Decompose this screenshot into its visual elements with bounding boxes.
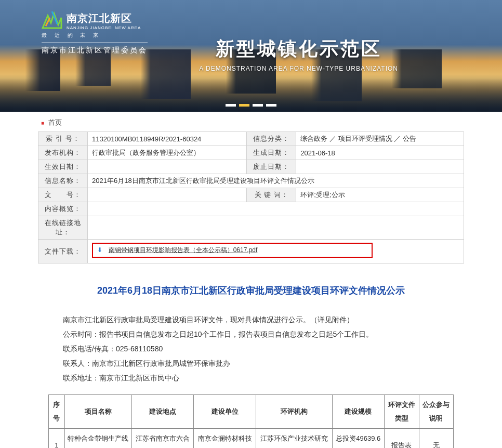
td-seq: 1 (49, 429, 65, 449)
article-para: 南京市江北新区行政审批局受理建设项目环评文件，现对具体情况进行公示。（详见附件） (48, 312, 454, 327)
logo-text-cn: 南京江北新区 (67, 11, 141, 25)
td-scale: 总投资49639.6万元 (332, 429, 384, 449)
meta-value-keywords: 环评;受理;公示 (296, 188, 464, 202)
meta-value-category: 综合政务 ／ 项目环评受理情况 ／ 公告 (296, 132, 464, 146)
meta-label: 生效日期： (38, 160, 88, 174)
download-icon: ⬇ (97, 246, 102, 254)
meta-value-url (88, 216, 464, 240)
meta-label: 信息名称： (38, 174, 88, 188)
article-para: 联系人：南京市江北新区行政审批局城管环保审批办 (48, 356, 454, 371)
breadcrumb-home[interactable]: 首页 (48, 118, 62, 126)
carousel-dot[interactable] (239, 104, 249, 107)
download-highlight: ⬇ 南钢带钢项目环境影响报告表（全本公示稿）0617.pdf (92, 243, 373, 258)
breadcrumb: ■ 首页 (38, 112, 464, 131)
banner-title-text: 新型城镇化示范区 (199, 36, 398, 62)
article-para: 公示时间：报告书项目自信息发布之日起10个工作日，报告表项目自信息发布之日起5个… (48, 327, 454, 341)
th-type: 环评文件类型 (385, 395, 419, 429)
th-loc: 建设地点 (131, 395, 194, 429)
article-body: 南京市江北新区行政审批局受理建设项目环评文件，现对具体情况进行公示。（详见附件）… (38, 312, 464, 448)
td-unit: 南京金澜特材科技有限公司 (194, 429, 256, 449)
article-para: 联系电话/传真：025-68110580 (48, 341, 454, 356)
th-agency: 环评机构 (256, 395, 332, 429)
meta-value-summary (88, 202, 464, 216)
meta-value-abolish (296, 160, 464, 174)
project-table: 序号 项目名称 建设地点 建设单位 环评机构 建设规模 环评文件类型 公众参与说… (48, 394, 454, 448)
logo-icon (42, 10, 62, 31)
table-row: 1 特种合金带钢生产线技术改造 江苏省南京市六合区卸甲甸 南京金澜特材科技有限公… (49, 429, 454, 449)
th-scale: 建设规模 (332, 395, 384, 429)
carousel-dot[interactable] (253, 104, 263, 107)
site-logo[interactable]: 南京江北新区 NANJING JIANGBEI NEW AREA 最 近 的 未… (42, 10, 148, 55)
banner-headline: 新型城镇化示范区 A DEMONSTRATION AREA FOR NEW-TY… (199, 36, 398, 72)
meta-label: 关 键 词： (247, 188, 296, 202)
meta-value-gendate: 2021-06-18 (296, 146, 464, 160)
banner-subtitle-text: A DEMONSTRATION AREA FOR NEW-TYPE URBANI… (199, 65, 398, 72)
crumb-bullet-icon: ■ (41, 120, 44, 126)
article-para: 联系地址：南京市江北新区市民中心 (48, 371, 454, 385)
metadata-table: 索 引 号： 11320100MB0118949R/2021-60324 信息分… (38, 131, 464, 263)
td-agency: 江苏环保产业技术研究院股份公司 (256, 429, 332, 449)
article-title: 2021年6月18日南京市江北新区行政审批局受理建设项目环评文件情况公示 (38, 274, 464, 312)
logo-slogan: 最 近 的 未 来 (42, 32, 148, 39)
th-name: 项目名称 (64, 395, 131, 429)
td-name: 特种合金带钢生产线技术改造 (64, 429, 131, 449)
td-type: 报告表 (385, 429, 419, 449)
meta-label: 文件下载： (38, 240, 88, 263)
meta-label: 生成日期： (247, 146, 296, 160)
carousel-dots (226, 104, 276, 107)
meta-value-index: 11320100MB0118949R/2021-60324 (88, 132, 247, 146)
meta-label: 索 引 号： (38, 132, 88, 146)
logo-committee: 南京市江北新区管理委员会 (42, 42, 148, 55)
meta-value-org: 行政审批局（政务服务管理办公室） (88, 146, 247, 160)
meta-label: 文 号： (38, 188, 88, 202)
th-seq: 序号 (49, 395, 65, 429)
carousel-dot[interactable] (226, 104, 236, 107)
td-loc: 江苏省南京市六合区卸甲甸 (131, 429, 194, 449)
meta-label: 内容概览： (38, 202, 88, 216)
meta-label: 废止日期： (247, 160, 296, 174)
meta-value-docno (88, 188, 247, 202)
hero-banner: 南京江北新区 NANJING JIANGBEI NEW AREA 最 近 的 未… (0, 0, 502, 112)
logo-text-en: NANJING JIANGBEI NEW AREA (67, 25, 141, 30)
meta-value-effective (88, 160, 247, 174)
meta-value-download: ⬇ 南钢带钢项目环境影响报告表（全本公示稿）0617.pdf (88, 240, 464, 263)
meta-label: 在线链接地址： (38, 216, 88, 240)
download-link[interactable]: 南钢带钢项目环境影响报告表（全本公示稿）0617.pdf (109, 246, 258, 254)
meta-value-title: 2021年6月18日南京市江北新区行政审批局受理建设项目环评文件情况公示 (88, 174, 464, 188)
table-header-row: 序号 项目名称 建设地点 建设单位 环评机构 建设规模 环评文件类型 公众参与说… (49, 395, 454, 429)
article: 2021年6月18日南京市江北新区行政审批局受理建设项目环评文件情况公示 南京市… (38, 263, 464, 448)
carousel-dot[interactable] (266, 104, 276, 107)
td-public: 无 (419, 429, 453, 449)
meta-label: 发布机构： (38, 146, 88, 160)
th-public: 公众参与说明 (419, 395, 453, 429)
meta-label: 信息分类： (247, 132, 296, 146)
th-unit: 建设单位 (194, 395, 256, 429)
